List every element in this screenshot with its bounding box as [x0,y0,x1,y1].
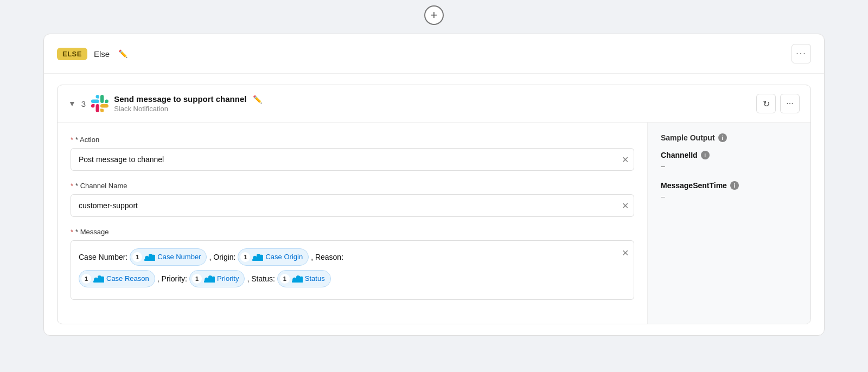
else-label: Else [94,49,110,59]
action-clear-button[interactable]: ✕ [622,155,629,165]
msg-text-4: , Priority: [157,271,187,286]
output-key-msgsenttime: MessageSentTime i [661,181,797,190]
case-origin-token-label: Case Origin [265,250,303,264]
salesforce-cloud-icon-1 [144,253,155,261]
add-step-button[interactable]: + [424,5,444,25]
case-number-token[interactable]: 1 Case Number [130,248,207,266]
action-field-group: ** Action Post message to channel ✕ [71,136,634,171]
msg-text-5: , Status: [247,271,275,286]
channel-required-marker: * [71,182,73,190]
action-card-header-left: ▼ 3 Send message to support channel ✏️ [68,94,262,113]
form-area: ** Action Post message to channel ✕ ** C [58,123,648,324]
action-input-wrapper: Post message to channel ✕ [71,148,634,171]
msg-text-3: , Reason: [311,249,343,265]
salesforce-cloud-icon-3 [93,275,104,283]
else-badge: ELSE [57,48,87,60]
action-input[interactable]: Post message to channel [71,148,634,171]
output-value-msgsenttime: – [661,192,797,201]
slack-icon [91,95,108,112]
channel-input[interactable]: customer-support [71,194,634,217]
collapse-button[interactable]: ▼ [68,99,76,108]
action-card-header: ▼ 3 Send message to support channel ✏️ [58,85,810,123]
card-edit-icon[interactable]: ✏️ [253,95,262,104]
output-item-channelid: ChannelId i – [661,151,797,170]
action-required-marker: * [71,136,73,144]
case-origin-token-num: 1 [240,252,250,262]
refresh-button[interactable]: ↻ [756,94,776,113]
case-number-token-num: 1 [132,252,142,262]
salesforce-cloud-icon-2 [252,253,263,261]
priority-token[interactable]: 1 Priority [189,270,245,287]
message-clear-button[interactable]: ✕ [622,248,629,258]
case-reason-token-label: Case Reason [106,272,149,286]
status-token[interactable]: 1 Status [277,270,331,287]
else-header: ELSE Else ✏️ ··· [44,34,824,74]
card-actions: ↻ ··· [756,94,800,113]
card-title: Send message to support channel ✏️ [114,94,262,104]
msgsenttime-info-icon[interactable]: i [730,181,739,190]
sample-output-area: Sample Output i ChannelId i – MessageSen… [648,123,810,324]
salesforce-cloud-icon-4 [204,275,215,283]
main-content: ** Action Post message to channel ✕ ** C [58,123,810,324]
message-field-group: ** Message Case Number: 1 [71,228,634,300]
case-number-token-label: Case Number [157,250,201,264]
channel-clear-button[interactable]: ✕ [622,201,629,211]
case-origin-token[interactable]: 1 Case Origin [238,248,309,266]
page-wrapper: + ELSE Else ✏️ ··· ▼ 3 [0,0,868,372]
status-token-label: Status [305,272,325,286]
msg-text-2: , Origin: [209,249,235,265]
channel-input-wrapper: customer-support ✕ [71,194,634,217]
priority-token-num: 1 [192,274,202,284]
case-reason-token-num: 1 [81,274,91,284]
priority-token-label: Priority [217,272,239,286]
card-more-button[interactable]: ··· [780,94,800,113]
channel-label: ** Channel Name [71,182,634,190]
sample-output-title: Sample Output i [661,133,797,142]
msg-text-1: Case Number: [79,249,127,265]
status-token-num: 1 [280,274,290,284]
step-number: 3 [81,99,86,108]
output-key-channelid: ChannelId i [661,151,797,159]
else-header-left: ELSE Else ✏️ [57,48,127,60]
output-value-channelid: – [661,162,797,170]
message-field-wrapper: Case Number: 1 Case Number , Origin: [71,240,634,300]
channelid-info-icon[interactable]: i [701,151,710,159]
message-input[interactable]: Case Number: 1 Case Number , Origin: [71,240,634,300]
else-more-button[interactable]: ··· [792,44,811,63]
add-button-row: + [43,0,825,34]
action-card: ▼ 3 Send message to support channel ✏️ [57,85,811,324]
sample-output-info-icon[interactable]: i [718,133,727,142]
edit-icon[interactable]: ✏️ [118,49,127,58]
else-container: ELSE Else ✏️ ··· ▼ 3 [43,34,825,336]
salesforce-cloud-icon-5 [292,275,303,283]
card-title-group: Send message to support channel ✏️ Slack… [114,94,262,113]
output-item-msgsenttime: MessageSentTime i – [661,181,797,201]
message-content: Case Number: 1 Case Number , Origin: [79,248,612,287]
message-label: ** Message [71,228,634,236]
channel-field-group: ** Channel Name customer-support ✕ [71,182,634,217]
action-label: ** Action [71,136,634,144]
card-subtitle: Slack Notification [114,105,262,113]
case-reason-token[interactable]: 1 Case Reason [79,270,155,287]
message-required-marker: * [71,228,73,236]
